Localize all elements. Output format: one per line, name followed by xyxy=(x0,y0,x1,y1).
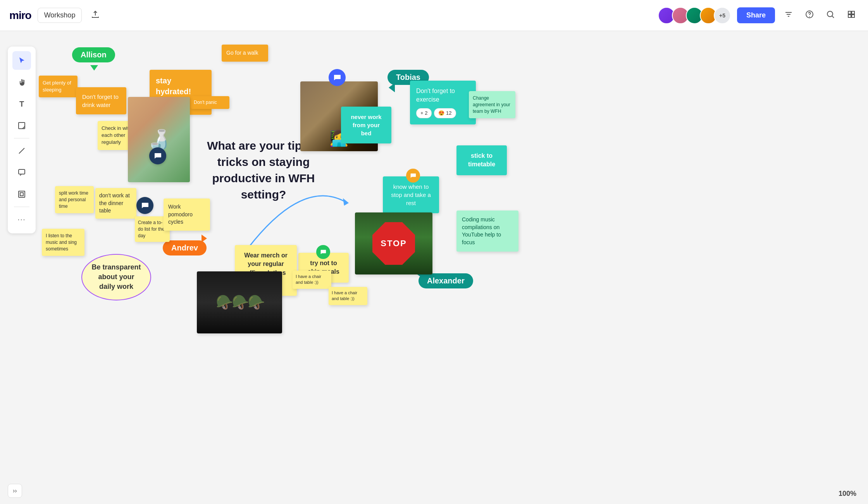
expand-button[interactable]: ›› xyxy=(8,484,22,498)
svg-rect-14 xyxy=(19,191,25,197)
filters-button[interactable] xyxy=(781,7,796,24)
svg-rect-7 xyxy=(848,11,851,14)
sticky-chair-2: I have a chair and table :)) xyxy=(329,287,367,305)
share-button[interactable]: Share xyxy=(737,7,775,23)
alexander-label: Alexander xyxy=(418,273,473,288)
header: miro Workshop +5 Share xyxy=(0,0,868,31)
svg-rect-13 xyxy=(19,169,25,174)
allison-label: Allison xyxy=(72,47,115,62)
comment-tool[interactable] xyxy=(12,163,31,182)
sticky-no-dinner: don't work at the dinner table xyxy=(95,188,136,219)
andrev-label: Andrev xyxy=(163,240,207,255)
sticky-go-walk: Go for a walk xyxy=(222,45,268,62)
comment-photo-water[interactable] xyxy=(149,147,166,164)
sticky-no-bed: never work from your bed xyxy=(341,107,391,143)
search-button[interactable] xyxy=(823,7,838,24)
svg-marker-16 xyxy=(341,197,349,206)
sticky-transparent: Be transparent about your daily work xyxy=(81,254,151,300)
reaction-plus2: + 2 xyxy=(416,108,432,118)
toolbar-divider-2 xyxy=(14,207,29,207)
hand-tool[interactable] xyxy=(12,73,31,91)
allison-cursor xyxy=(90,65,98,71)
sticky-pomodoro: Work pomodoro cycles xyxy=(164,198,210,231)
sticky-coding-music: Coding music compilations on YouTube hel… xyxy=(456,211,518,252)
board-button[interactable] xyxy=(844,7,859,24)
toolbar-divider xyxy=(14,138,29,138)
toolbar: T ··· xyxy=(8,47,36,233)
andrev-cursor xyxy=(202,235,207,242)
sticky-know-stop: know when to stop and take a rest xyxy=(383,176,439,213)
svg-line-6 xyxy=(832,16,834,18)
reaction-heart12: 😍 12 xyxy=(434,108,456,118)
canvas[interactable]: Allison Tobias Andrev Alexander Get plen… xyxy=(0,31,868,504)
sticky-exercise: Don't forget to exercise + 2 😍 12 xyxy=(410,81,476,124)
photo-stop: STOP xyxy=(355,212,432,274)
svg-rect-9 xyxy=(848,15,851,17)
sticky-split-work: split work time and personal time xyxy=(55,186,94,213)
sticky-tool[interactable] xyxy=(12,116,31,135)
sticky-change-agreement: Change agreement in your team by WFH xyxy=(469,91,515,118)
header-right: +5 Share xyxy=(661,7,859,24)
select-tool[interactable] xyxy=(12,51,31,70)
help-button[interactable] xyxy=(802,7,817,24)
workshop-button[interactable]: Workshop xyxy=(38,8,82,23)
frame-tool[interactable] xyxy=(12,185,31,204)
stop-sign: STOP xyxy=(372,222,415,265)
text-tool[interactable]: T xyxy=(12,95,31,113)
sticky-music: I listen to the music and sing sometimes xyxy=(42,229,84,256)
zoom-level: 100% xyxy=(839,490,856,498)
logo: miro xyxy=(9,9,31,22)
more-tools[interactable]: ··· xyxy=(12,210,31,229)
svg-point-5 xyxy=(827,11,833,17)
photo-water: 🍶 xyxy=(128,97,190,182)
avatar-group: +5 xyxy=(661,7,731,24)
svg-rect-10 xyxy=(852,15,854,17)
svg-point-4 xyxy=(809,16,810,17)
svg-line-12 xyxy=(19,148,24,154)
tobias-cursor xyxy=(389,83,395,92)
sticky-dont-panic: Don't panic xyxy=(191,96,229,109)
sticky-timetable: stick to timetable xyxy=(456,145,507,175)
comment-pomodoro[interactable] xyxy=(136,197,153,214)
upload-button[interactable] xyxy=(88,7,103,24)
photo-troopers: 🪖🪖🪖 xyxy=(197,271,282,333)
svg-rect-8 xyxy=(852,11,854,14)
line-tool[interactable] xyxy=(12,142,31,160)
more-users-badge: +5 xyxy=(714,7,731,24)
sticky-chair-1: I have a chair and table :)) xyxy=(293,271,331,289)
sticky-get-plenty: Get plenty of sleeping xyxy=(39,76,78,97)
sticky-drink-water: Don't forget to drink water xyxy=(76,87,126,114)
svg-rect-15 xyxy=(20,193,23,196)
comment-top xyxy=(329,69,346,86)
